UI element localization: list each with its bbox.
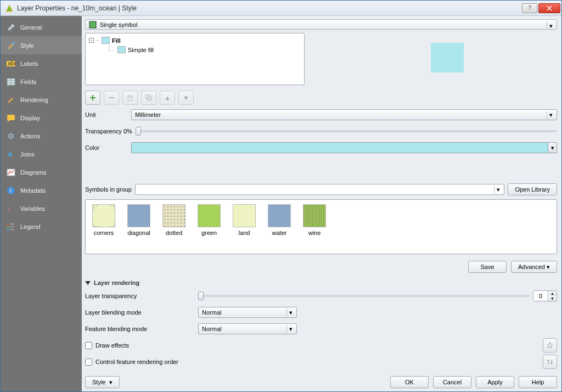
chevron-down-icon: ▾ — [286, 309, 295, 317]
sidebar-item-label: Actions — [20, 133, 40, 139]
collapse-icon[interactable]: − — [89, 38, 94, 43]
sidebar-item-label: Rendering — [20, 97, 48, 103]
transparency-slider[interactable] — [136, 130, 557, 132]
sidebar-item-label: Display — [20, 115, 40, 121]
sidebar-item-fields[interactable]: Fields — [1, 72, 82, 91]
color-button[interactable]: ▾ — [131, 142, 557, 153]
svg-text:abc: abc — [8, 60, 16, 66]
symbol-corners[interactable]: corners — [90, 204, 117, 251]
sidebar-item-label: General — [20, 24, 42, 31]
single-symbol-icon — [89, 21, 97, 29]
sidebar-item-display[interactable]: Display — [1, 109, 82, 127]
layer-transparency-label: Layer transparency — [85, 293, 195, 299]
window-title: Layer Properties - ne_10m_ocean | Style — [17, 4, 522, 12]
symbol-label: diagonal — [127, 229, 150, 236]
layer-blend-label: Layer blending mode — [85, 309, 195, 316]
qgis-icon — [5, 4, 14, 13]
duplicate-layer-button[interactable] — [141, 91, 156, 105]
tree-child-label: Simple fill — [128, 47, 154, 53]
unit-label: Unit — [85, 111, 128, 118]
sidebar-item-actions[interactable]: Actions — [1, 127, 82, 145]
symbol-label: green — [201, 229, 217, 236]
sidebar-item-style[interactable]: Style — [1, 36, 82, 54]
open-library-button[interactable]: Open Library — [508, 183, 557, 195]
lock-layer-button[interactable] — [122, 91, 138, 105]
slider-thumb[interactable] — [136, 127, 141, 136]
cancel-button[interactable]: Cancel — [433, 376, 471, 388]
symbol-preview — [431, 43, 464, 72]
svg-rect-22 — [109, 97, 114, 98]
symbols-group-select[interactable]: ▾ — [135, 184, 504, 195]
category-sidebar: General Style abcLabels Fields Rendering… — [1, 16, 82, 391]
slider-thumb[interactable] — [198, 292, 204, 300]
feature-blend-select[interactable]: Normal▾ — [198, 323, 297, 334]
advanced-button[interactable]: Advanced ▾ — [511, 261, 557, 273]
move-up-button[interactable]: ▲ — [160, 91, 175, 105]
symbol-layer-toolbar: ▲ ▼ — [85, 91, 557, 105]
layer-transparency-spinner[interactable]: ▲▼ — [533, 290, 557, 301]
main-panel: Single symbol ▾ − Fill Simple fill — [82, 16, 561, 391]
symbol-wine[interactable]: wine — [301, 204, 328, 251]
svg-rect-23 — [128, 97, 132, 100]
sidebar-item-rendering[interactable]: Rendering — [1, 91, 82, 109]
move-down-button[interactable]: ▼ — [178, 91, 194, 105]
symbols-list: corners diagonal dotted green land water… — [85, 199, 557, 254]
effects-settings-button[interactable] — [543, 338, 557, 352]
chevron-down-icon: ▾ — [548, 143, 557, 153]
symbol-land[interactable]: land — [231, 204, 258, 251]
dialog-footer: Style ▾ OK Cancel Apply Help — [85, 372, 557, 388]
spin-down[interactable]: ▼ — [548, 296, 557, 301]
svg-text:ε: ε — [8, 206, 10, 212]
sidebar-item-label: Joins — [20, 151, 35, 158]
sidebar-item-diagrams[interactable]: Diagrams — [1, 163, 82, 181]
layer-rendering-header[interactable]: Layer rendering — [85, 279, 557, 286]
svg-rect-21 — [90, 97, 95, 98]
apply-button[interactable]: Apply — [476, 376, 514, 388]
layer-blend-select[interactable]: Normal▾ — [198, 307, 297, 318]
renderer-type-select[interactable]: Single symbol ▾ — [85, 19, 557, 30]
order-settings-button[interactable] — [543, 355, 557, 369]
save-button[interactable]: Save — [468, 261, 507, 273]
add-layer-button[interactable] — [85, 91, 100, 105]
spin-up[interactable]: ▲ — [548, 291, 557, 296]
join-icon — [6, 149, 16, 159]
sidebar-item-joins[interactable]: Joins — [1, 145, 82, 163]
spinner-input[interactable] — [533, 291, 548, 301]
sidebar-item-label: Legend — [20, 223, 41, 230]
ok-button[interactable]: OK — [390, 376, 429, 388]
sidebar-item-general[interactable]: General — [1, 18, 82, 36]
draw-effects-checkbox[interactable]: Draw effects — [85, 342, 129, 349]
close-button[interactable] — [538, 3, 560, 13]
svg-rect-0 — [13, 42, 15, 44]
renderer-type-value: Single symbol — [100, 21, 137, 28]
chevron-down-icon: ▾ — [547, 111, 555, 119]
sidebar-item-variables[interactable]: εVariables — [1, 199, 82, 217]
style-menu-button[interactable]: Style ▾ — [85, 376, 120, 388]
symbol-label: land — [239, 229, 250, 236]
help-button[interactable]: ? — [522, 3, 537, 13]
symbol-water[interactable]: water — [266, 204, 293, 251]
svg-point-8 — [10, 135, 12, 137]
gear-icon — [6, 131, 16, 141]
unit-select[interactable]: Millimeter▾ — [131, 109, 557, 120]
control-order-checkbox[interactable]: Control feature rendering order — [85, 359, 178, 366]
epsilon-icon: ε — [6, 204, 16, 214]
symbols-group-label: Symbols in group — [85, 186, 132, 193]
paint-icon — [6, 95, 16, 105]
layer-transparency-slider[interactable] — [198, 295, 530, 297]
symbol-diagonal[interactable]: diagonal — [125, 204, 153, 251]
sidebar-item-label: Diagrams — [20, 169, 46, 176]
symbol-dotted[interactable]: dotted — [160, 204, 188, 251]
sidebar-item-labels[interactable]: abcLabels — [1, 54, 82, 72]
color-label: Color — [85, 144, 128, 151]
info-icon: i — [6, 186, 16, 195]
fill-swatch-icon — [117, 46, 126, 53]
chevron-down-icon: ▾ — [547, 22, 554, 30]
sidebar-item-legend[interactable]: Legend — [1, 217, 82, 236]
symbol-green[interactable]: green — [195, 204, 223, 251]
sidebar-item-metadata[interactable]: iMetadata — [1, 181, 82, 199]
symbol-layer-tree[interactable]: − Fill Simple fill — [85, 33, 305, 85]
sidebar-item-label: Variables — [20, 205, 45, 212]
help-button[interactable]: Help — [519, 376, 557, 388]
remove-layer-button[interactable] — [104, 91, 119, 105]
